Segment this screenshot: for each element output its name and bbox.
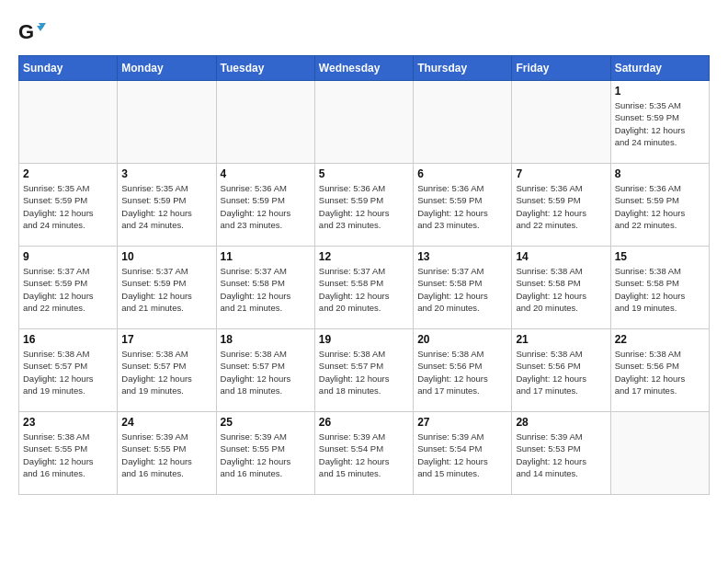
day-number: 22: [615, 333, 705, 346]
day-info: Sunrise: 5:35 AM Sunset: 5:59 PM Dayligh…: [121, 182, 211, 231]
day-info: Sunrise: 5:38 AM Sunset: 5:56 PM Dayligh…: [417, 348, 507, 396]
week-row-1: 1Sunrise: 5:35 AM Sunset: 5:59 PM Daylig…: [19, 81, 710, 164]
day-number: 10: [121, 250, 211, 263]
day-number: 15: [615, 250, 705, 263]
day-info: Sunrise: 5:38 AM Sunset: 5:58 PM Dayligh…: [615, 265, 705, 314]
calendar-cell: [314, 81, 413, 164]
day-number: 8: [615, 167, 705, 180]
day-info: Sunrise: 5:38 AM Sunset: 5:57 PM Dayligh…: [23, 348, 113, 396]
day-info: Sunrise: 5:39 AM Sunset: 5:55 PM Dayligh…: [121, 431, 211, 479]
logo: G: [18, 18, 48, 46]
calendar-cell: 26Sunrise: 5:39 AM Sunset: 5:54 PM Dayli…: [314, 412, 413, 495]
calendar-cell: 6Sunrise: 5:36 AM Sunset: 5:59 PM Daylig…: [414, 164, 512, 247]
day-number: 19: [319, 333, 409, 346]
day-info: Sunrise: 5:37 AM Sunset: 5:59 PM Dayligh…: [121, 265, 211, 314]
calendar-cell: 13Sunrise: 5:37 AM Sunset: 5:58 PM Dayli…: [414, 247, 512, 329]
day-info: Sunrise: 5:38 AM Sunset: 5:56 PM Dayligh…: [516, 348, 606, 396]
calendar-cell: 10Sunrise: 5:37 AM Sunset: 5:59 PM Dayli…: [118, 247, 216, 329]
day-number: 24: [121, 416, 211, 429]
week-row-5: 23Sunrise: 5:38 AM Sunset: 5:55 PM Dayli…: [19, 412, 710, 495]
calendar-cell: 1Sunrise: 5:35 AM Sunset: 5:59 PM Daylig…: [610, 81, 709, 164]
day-info: Sunrise: 5:36 AM Sunset: 5:59 PM Dayligh…: [319, 182, 409, 231]
calendar-cell: 18Sunrise: 5:38 AM Sunset: 5:57 PM Dayli…: [216, 329, 314, 412]
calendar-cell: 3Sunrise: 5:35 AM Sunset: 5:59 PM Daylig…: [118, 164, 216, 247]
calendar-cell: 17Sunrise: 5:38 AM Sunset: 5:57 PM Dayli…: [118, 329, 216, 412]
col-header-wednesday: Wednesday: [314, 56, 413, 81]
day-info: Sunrise: 5:39 AM Sunset: 5:54 PM Dayligh…: [417, 431, 507, 479]
calendar-cell: 20Sunrise: 5:38 AM Sunset: 5:56 PM Dayli…: [414, 329, 512, 412]
day-number: 13: [417, 250, 507, 263]
calendar-cell: 21Sunrise: 5:38 AM Sunset: 5:56 PM Dayli…: [512, 329, 610, 412]
day-number: 1: [615, 85, 705, 98]
day-info: Sunrise: 5:36 AM Sunset: 5:59 PM Dayligh…: [221, 182, 311, 231]
calendar-cell: 11Sunrise: 5:37 AM Sunset: 5:58 PM Dayli…: [216, 247, 314, 329]
day-number: 16: [23, 333, 113, 346]
day-number: 7: [516, 167, 606, 180]
day-info: Sunrise: 5:36 AM Sunset: 5:59 PM Dayligh…: [615, 182, 705, 231]
day-number: 20: [417, 333, 507, 346]
calendar-cell: 16Sunrise: 5:38 AM Sunset: 5:57 PM Dayli…: [19, 329, 118, 412]
day-info: Sunrise: 5:38 AM Sunset: 5:55 PM Dayligh…: [23, 431, 113, 479]
calendar-cell: 5Sunrise: 5:36 AM Sunset: 5:59 PM Daylig…: [314, 164, 413, 247]
page-header: G: [18, 18, 710, 46]
calendar-cell: 8Sunrise: 5:36 AM Sunset: 5:59 PM Daylig…: [610, 164, 709, 247]
day-info: Sunrise: 5:38 AM Sunset: 5:56 PM Dayligh…: [615, 348, 705, 396]
day-info: Sunrise: 5:39 AM Sunset: 5:54 PM Dayligh…: [319, 431, 409, 479]
calendar-cell: 25Sunrise: 5:39 AM Sunset: 5:55 PM Dayli…: [216, 412, 314, 495]
calendar-cell: 14Sunrise: 5:38 AM Sunset: 5:58 PM Dayli…: [512, 247, 610, 329]
col-header-monday: Monday: [118, 56, 216, 81]
calendar-cell: 27Sunrise: 5:39 AM Sunset: 5:54 PM Dayli…: [414, 412, 512, 495]
day-number: 9: [23, 250, 113, 263]
calendar-cell: 7Sunrise: 5:36 AM Sunset: 5:59 PM Daylig…: [512, 164, 610, 247]
calendar-cell: [118, 81, 216, 164]
day-info: Sunrise: 5:39 AM Sunset: 5:55 PM Dayligh…: [221, 431, 311, 479]
day-info: Sunrise: 5:38 AM Sunset: 5:58 PM Dayligh…: [516, 265, 606, 314]
calendar-cell: 9Sunrise: 5:37 AM Sunset: 5:59 PM Daylig…: [19, 247, 118, 329]
calendar-cell: 12Sunrise: 5:37 AM Sunset: 5:58 PM Dayli…: [314, 247, 413, 329]
calendar-cell: [414, 81, 512, 164]
week-row-2: 2Sunrise: 5:35 AM Sunset: 5:59 PM Daylig…: [19, 164, 710, 247]
day-info: Sunrise: 5:36 AM Sunset: 5:59 PM Dayligh…: [516, 182, 606, 231]
calendar-cell: [19, 81, 118, 164]
day-number: 17: [121, 333, 211, 346]
day-number: 2: [23, 167, 113, 180]
header-row: SundayMondayTuesdayWednesdayThursdayFrid…: [19, 56, 710, 81]
col-header-sunday: Sunday: [19, 56, 118, 81]
day-number: 12: [319, 250, 409, 263]
calendar-cell: [610, 412, 709, 495]
day-info: Sunrise: 5:37 AM Sunset: 5:58 PM Dayligh…: [417, 265, 507, 314]
day-info: Sunrise: 5:38 AM Sunset: 5:57 PM Dayligh…: [221, 348, 311, 396]
calendar-cell: 4Sunrise: 5:36 AM Sunset: 5:59 PM Daylig…: [216, 164, 314, 247]
calendar-cell: 23Sunrise: 5:38 AM Sunset: 5:55 PM Dayli…: [19, 412, 118, 495]
calendar-cell: 28Sunrise: 5:39 AM Sunset: 5:53 PM Dayli…: [512, 412, 610, 495]
day-number: 27: [417, 416, 507, 429]
col-header-thursday: Thursday: [414, 56, 512, 81]
day-info: Sunrise: 5:38 AM Sunset: 5:57 PM Dayligh…: [121, 348, 211, 396]
week-row-3: 9Sunrise: 5:37 AM Sunset: 5:59 PM Daylig…: [19, 247, 710, 329]
calendar-cell: [512, 81, 610, 164]
day-number: 3: [121, 167, 211, 180]
calendar-cell: [216, 81, 314, 164]
calendar-cell: 22Sunrise: 5:38 AM Sunset: 5:56 PM Dayli…: [610, 329, 709, 412]
day-number: 5: [319, 167, 409, 180]
day-number: 14: [516, 250, 606, 263]
day-info: Sunrise: 5:36 AM Sunset: 5:59 PM Dayligh…: [417, 182, 507, 231]
day-number: 4: [221, 167, 311, 180]
svg-text:G: G: [18, 20, 34, 43]
day-number: 23: [23, 416, 113, 429]
week-row-4: 16Sunrise: 5:38 AM Sunset: 5:57 PM Dayli…: [19, 329, 710, 412]
day-number: 18: [221, 333, 311, 346]
day-info: Sunrise: 5:37 AM Sunset: 5:58 PM Dayligh…: [221, 265, 311, 314]
day-info: Sunrise: 5:38 AM Sunset: 5:57 PM Dayligh…: [319, 348, 409, 396]
col-header-friday: Friday: [512, 56, 610, 81]
calendar-cell: 2Sunrise: 5:35 AM Sunset: 5:59 PM Daylig…: [19, 164, 118, 247]
col-header-tuesday: Tuesday: [216, 56, 314, 81]
day-number: 21: [516, 333, 606, 346]
day-number: 26: [319, 416, 409, 429]
logo-icon: G: [18, 18, 46, 46]
day-info: Sunrise: 5:35 AM Sunset: 5:59 PM Dayligh…: [615, 99, 705, 148]
day-number: 25: [221, 416, 311, 429]
calendar-cell: 19Sunrise: 5:38 AM Sunset: 5:57 PM Dayli…: [314, 329, 413, 412]
calendar-cell: 24Sunrise: 5:39 AM Sunset: 5:55 PM Dayli…: [118, 412, 216, 495]
day-info: Sunrise: 5:39 AM Sunset: 5:53 PM Dayligh…: [516, 431, 606, 479]
